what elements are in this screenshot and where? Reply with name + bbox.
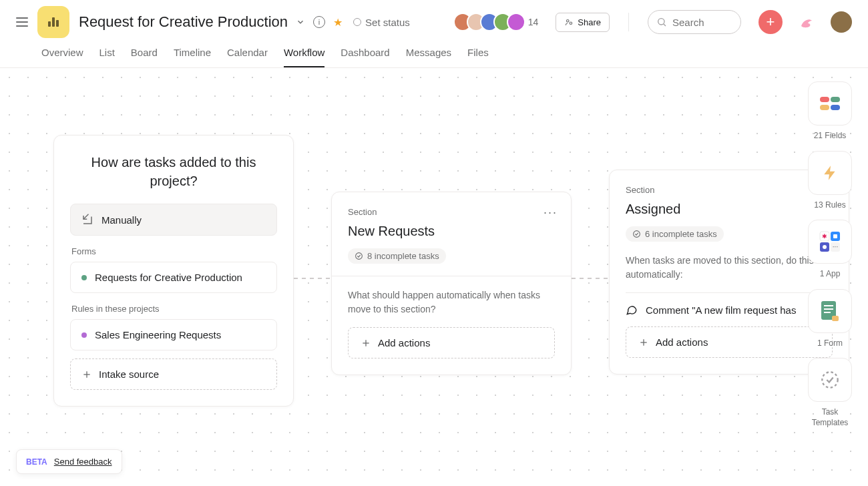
rail-apps-label: 1 App bbox=[820, 269, 841, 280]
dot-icon bbox=[81, 275, 87, 280]
add-actions-label: Add actions bbox=[656, 336, 708, 348]
tab-bar: Overview List Board Timeline Calendar Wo… bbox=[0, 37, 868, 68]
info-icon[interactable]: i bbox=[313, 16, 325, 28]
project-icon bbox=[37, 6, 69, 38]
search-field[interactable] bbox=[672, 17, 726, 28]
svg-point-0 bbox=[567, 20, 570, 23]
rail-fields-label: 21 Fields bbox=[814, 131, 847, 142]
intake-heading: How are tasks added to this project? bbox=[70, 153, 277, 190]
manually-label: Manually bbox=[101, 214, 142, 226]
tab-timeline[interactable]: Timeline bbox=[174, 47, 211, 67]
connector bbox=[572, 278, 610, 279]
incomplete-pill[interactable]: 8 incomplete tasks bbox=[348, 248, 446, 264]
set-status-label: Set status bbox=[365, 17, 410, 28]
rule-name: Sales Engineering Requests bbox=[95, 329, 221, 340]
member-count: 14 bbox=[528, 17, 539, 27]
tab-dashboard[interactable]: Dashboard bbox=[341, 47, 389, 67]
rail-apps[interactable]: ✱ ··· bbox=[808, 220, 852, 264]
section-label: Section bbox=[348, 207, 555, 217]
add-actions-label: Add actions bbox=[378, 337, 430, 348]
form-icon bbox=[820, 300, 840, 322]
section-new-requests: ··· Section New Requests 8 incomplete ta… bbox=[331, 192, 572, 375]
star-icon[interactable]: ★ bbox=[333, 16, 343, 29]
manually-option[interactable]: Manually bbox=[70, 204, 277, 236]
tab-overview[interactable]: Overview bbox=[41, 47, 83, 67]
svg-rect-13 bbox=[831, 97, 840, 102]
apps-icon: ✱ ··· bbox=[817, 229, 843, 254]
divider bbox=[628, 13, 629, 31]
section-title: Assigned bbox=[626, 202, 833, 217]
right-rail: 21 Fields 13 Rules ✱ ··· 1 App bbox=[808, 81, 852, 429]
svg-rect-14 bbox=[820, 105, 829, 110]
svg-text:···: ··· bbox=[833, 243, 838, 250]
intake-card: How are tasks added to this project? Man… bbox=[53, 135, 294, 407]
fields-icon bbox=[819, 95, 841, 111]
more-icon[interactable]: ··· bbox=[544, 206, 558, 220]
section-hint: What should happen automatically when ta… bbox=[348, 288, 555, 316]
add-intake-source[interactable]: Intake source bbox=[70, 358, 277, 390]
chevron-down-icon[interactable] bbox=[296, 17, 305, 27]
add-button[interactable]: + bbox=[758, 10, 783, 34]
svg-line-3 bbox=[664, 24, 666, 26]
intake-source-label: Intake source bbox=[99, 369, 159, 380]
beta-tag: BETA bbox=[26, 457, 47, 467]
connector bbox=[294, 278, 333, 279]
pill-text: 8 incomplete tasks bbox=[367, 251, 439, 261]
plus-icon bbox=[81, 369, 92, 380]
pill-text: 6 incomplete tasks bbox=[645, 229, 717, 239]
tab-files[interactable]: Files bbox=[467, 47, 489, 67]
section-title: New Requests bbox=[348, 224, 555, 239]
svg-point-9 bbox=[634, 231, 640, 238]
form-name: Requests for Creative Production bbox=[95, 272, 242, 283]
arrow-in-icon bbox=[81, 214, 93, 226]
avatar bbox=[507, 13, 525, 31]
set-status-button[interactable]: Set status bbox=[353, 17, 410, 28]
svg-point-6 bbox=[356, 253, 363, 260]
rail-rules[interactable] bbox=[808, 151, 852, 195]
rail-forms[interactable] bbox=[808, 289, 852, 333]
svg-rect-15 bbox=[831, 105, 840, 110]
check-circle-icon bbox=[632, 230, 641, 238]
tab-workflow[interactable]: Workflow bbox=[284, 47, 324, 67]
tab-list[interactable]: List bbox=[99, 47, 115, 67]
section-hint: When tasks are moved to this section, do… bbox=[626, 254, 833, 282]
plus-icon bbox=[638, 337, 649, 348]
svg-point-1 bbox=[570, 22, 572, 25]
rail-templates-label: Task Templates bbox=[808, 407, 852, 428]
celebration-icon[interactable] bbox=[799, 14, 815, 30]
add-actions-button[interactable]: Add actions bbox=[626, 326, 833, 358]
section-label: Section bbox=[626, 185, 833, 195]
project-title[interactable]: Request for Creative Production bbox=[79, 13, 288, 31]
form-item[interactable]: Requests for Creative Production bbox=[70, 262, 277, 293]
svg-point-21 bbox=[823, 245, 827, 249]
svg-rect-19 bbox=[833, 234, 837, 238]
search-icon bbox=[656, 17, 667, 27]
svg-rect-26 bbox=[824, 308, 833, 310]
share-button[interactable]: Share bbox=[556, 13, 610, 32]
action-text: Comment "A new film request has bbox=[646, 304, 796, 316]
user-avatar[interactable] bbox=[831, 11, 852, 33]
incomplete-pill[interactable]: 6 incomplete tasks bbox=[626, 226, 724, 242]
search-input[interactable] bbox=[648, 10, 741, 34]
menu-icon[interactable] bbox=[16, 17, 28, 27]
action-comment[interactable]: Comment "A new film request has bbox=[626, 292, 833, 326]
add-actions-button[interactable]: Add actions bbox=[348, 327, 555, 358]
tab-calendar[interactable]: Calendar bbox=[227, 47, 268, 67]
svg-point-2 bbox=[658, 19, 664, 25]
svg-point-29 bbox=[822, 373, 837, 388]
svg-rect-27 bbox=[824, 312, 831, 313]
comment-icon bbox=[626, 304, 638, 316]
rule-item[interactable]: Sales Engineering Requests bbox=[70, 319, 277, 350]
rail-fields[interactable] bbox=[808, 81, 852, 126]
send-feedback-link[interactable]: Send feedback bbox=[54, 457, 112, 467]
tab-messages[interactable]: Messages bbox=[406, 47, 451, 67]
template-icon bbox=[821, 371, 839, 389]
share-label: Share bbox=[578, 17, 601, 27]
svg-rect-12 bbox=[820, 97, 829, 102]
check-circle-icon bbox=[355, 252, 363, 260]
tab-board[interactable]: Board bbox=[131, 47, 158, 67]
rail-templates[interactable] bbox=[808, 358, 852, 402]
plus-icon bbox=[361, 338, 371, 348]
forms-label: Forms bbox=[71, 246, 277, 256]
member-avatars[interactable]: 14 bbox=[459, 13, 539, 31]
